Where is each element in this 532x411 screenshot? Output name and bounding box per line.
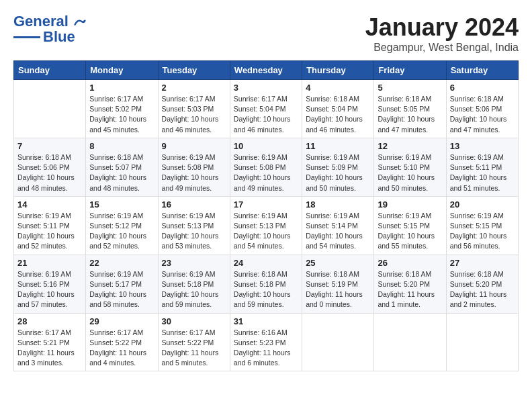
calendar-week-row: 28Sunrise: 6:17 AMSunset: 5:21 PMDayligh… [14,313,519,371]
calendar-cell: 3Sunrise: 6:17 AMSunset: 5:04 PMDaylight… [230,80,302,138]
calendar-week-row: 14Sunrise: 6:19 AMSunset: 5:11 PMDayligh… [14,196,519,255]
calendar-cell: 31Sunrise: 6:16 AMSunset: 5:23 PMDayligh… [230,313,302,371]
day-number: 30 [162,316,226,326]
calendar-cell: 25Sunrise: 6:18 AMSunset: 5:19 PMDayligh… [302,255,374,313]
day-number: 19 [378,199,442,210]
day-info: Sunrise: 6:19 AMSunset: 5:11 PMDaylight:… [450,152,515,193]
day-info: Sunrise: 6:18 AMSunset: 5:06 PMDaylight:… [17,152,82,193]
day-info: Sunrise: 6:18 AMSunset: 5:20 PMDaylight:… [378,269,442,310]
title-block: January 2024 Begampur, West Bengal, Indi… [365,13,519,54]
day-info: Sunrise: 6:19 AMSunset: 5:11 PMDaylight:… [17,211,82,252]
calendar-cell: 24Sunrise: 6:18 AMSunset: 5:18 PMDayligh… [230,255,302,313]
calendar-week-row: 1Sunrise: 6:17 AMSunset: 5:02 PMDaylight… [14,80,519,138]
calendar-cell: 30Sunrise: 6:17 AMSunset: 5:22 PMDayligh… [158,313,230,371]
calendar-cell [374,313,446,371]
calendar-cell: 13Sunrise: 6:19 AMSunset: 5:11 PMDayligh… [446,138,518,196]
day-info: Sunrise: 6:18 AMSunset: 5:19 PMDaylight:… [306,269,370,310]
calendar-week-row: 21Sunrise: 6:19 AMSunset: 5:16 PMDayligh… [14,255,519,313]
day-info: Sunrise: 6:17 AMSunset: 5:21 PMDaylight:… [17,328,82,369]
calendar-cell: 10Sunrise: 6:19 AMSunset: 5:08 PMDayligh… [230,138,302,196]
logo-blue: Blue [43,28,75,46]
day-number: 22 [89,258,154,268]
day-info: Sunrise: 6:19 AMSunset: 5:14 PMDaylight:… [306,211,370,252]
calendar-cell: 28Sunrise: 6:17 AMSunset: 5:21 PMDayligh… [14,313,86,371]
calendar-cell: 20Sunrise: 6:19 AMSunset: 5:15 PMDayligh… [446,196,518,255]
day-info: Sunrise: 6:17 AMSunset: 5:03 PMDaylight:… [162,94,226,135]
calendar-week-row: 7Sunrise: 6:18 AMSunset: 5:06 PMDaylight… [14,138,519,196]
calendar-cell: 1Sunrise: 6:17 AMSunset: 5:02 PMDaylight… [86,80,158,138]
calendar-cell: 26Sunrise: 6:18 AMSunset: 5:20 PMDayligh… [374,255,446,313]
day-info: Sunrise: 6:19 AMSunset: 5:17 PMDaylight:… [89,269,154,310]
day-info: Sunrise: 6:18 AMSunset: 5:07 PMDaylight:… [89,152,154,193]
calendar-cell: 2Sunrise: 6:17 AMSunset: 5:03 PMDaylight… [158,80,230,138]
calendar-cell: 29Sunrise: 6:17 AMSunset: 5:22 PMDayligh… [86,313,158,371]
day-number: 23 [162,258,226,268]
day-number: 15 [89,199,154,210]
day-number: 27 [450,258,515,268]
day-number: 26 [378,258,442,268]
day-info: Sunrise: 6:18 AMSunset: 5:20 PMDaylight:… [450,269,515,310]
day-number: 14 [17,199,82,210]
day-number: 18 [306,199,370,210]
day-number: 28 [17,316,82,326]
calendar-cell: 18Sunrise: 6:19 AMSunset: 5:14 PMDayligh… [302,196,374,255]
day-info: Sunrise: 6:17 AMSunset: 5:02 PMDaylight:… [89,94,154,135]
day-number: 21 [17,258,82,268]
day-info: Sunrise: 6:18 AMSunset: 5:18 PMDaylight:… [234,269,298,310]
calendar-cell: 19Sunrise: 6:19 AMSunset: 5:15 PMDayligh… [374,196,446,255]
calendar-cell: 5Sunrise: 6:18 AMSunset: 5:05 PMDaylight… [374,80,446,138]
calendar-table: SundayMondayTuesdayWednesdayThursdayFrid… [13,60,519,371]
day-number: 7 [17,141,82,151]
calendar-cell: 6Sunrise: 6:18 AMSunset: 5:06 PMDaylight… [446,80,518,138]
calendar-cell: 21Sunrise: 6:19 AMSunset: 5:16 PMDayligh… [14,255,86,313]
day-number: 12 [378,141,442,151]
day-number: 20 [450,199,515,210]
day-number: 3 [234,83,298,93]
calendar-cell: 9Sunrise: 6:19 AMSunset: 5:08 PMDaylight… [158,138,230,196]
day-number: 6 [450,83,515,93]
day-info: Sunrise: 6:19 AMSunset: 5:12 PMDaylight:… [89,211,154,252]
calendar-cell: 11Sunrise: 6:19 AMSunset: 5:09 PMDayligh… [302,138,374,196]
day-info: Sunrise: 6:18 AMSunset: 5:04 PMDaylight:… [306,94,370,135]
day-number: 8 [89,141,154,151]
day-number: 1 [89,83,154,93]
day-info: Sunrise: 6:19 AMSunset: 5:15 PMDaylight:… [378,211,442,252]
month-title: January 2024 [365,13,519,42]
calendar-header-wednesday: Wednesday [230,61,302,80]
calendar-header-sunday: Sunday [14,61,86,80]
day-info: Sunrise: 6:19 AMSunset: 5:16 PMDaylight:… [17,269,82,310]
calendar-header-tuesday: Tuesday [158,61,230,80]
calendar-header-friday: Friday [374,61,446,80]
day-info: Sunrise: 6:19 AMSunset: 5:18 PMDaylight:… [162,269,226,310]
day-info: Sunrise: 6:19 AMSunset: 5:08 PMDaylight:… [234,152,298,193]
day-number: 10 [234,141,298,151]
calendar-cell: 12Sunrise: 6:19 AMSunset: 5:10 PMDayligh… [374,138,446,196]
day-number: 11 [306,141,370,151]
day-info: Sunrise: 6:17 AMSunset: 5:22 PMDaylight:… [162,328,226,369]
day-info: Sunrise: 6:19 AMSunset: 5:13 PMDaylight:… [234,211,298,252]
day-number: 29 [89,316,154,326]
day-info: Sunrise: 6:16 AMSunset: 5:23 PMDaylight:… [234,328,298,369]
calendar-cell: 27Sunrise: 6:18 AMSunset: 5:20 PMDayligh… [446,255,518,313]
day-number: 13 [450,141,515,151]
logo: General Blue [13,13,86,46]
day-info: Sunrise: 6:19 AMSunset: 5:10 PMDaylight:… [378,152,442,193]
day-info: Sunrise: 6:19 AMSunset: 5:08 PMDaylight:… [162,152,226,193]
day-number: 16 [162,199,226,210]
page-header: General Blue January 2024 Begampur, West… [13,13,519,54]
calendar-header-row: SundayMondayTuesdayWednesdayThursdayFrid… [14,61,519,80]
calendar-cell: 15Sunrise: 6:19 AMSunset: 5:12 PMDayligh… [86,196,158,255]
day-number: 17 [234,199,298,210]
day-info: Sunrise: 6:19 AMSunset: 5:09 PMDaylight:… [306,152,370,193]
calendar-header-thursday: Thursday [302,61,374,80]
calendar-cell: 14Sunrise: 6:19 AMSunset: 5:11 PMDayligh… [14,196,86,255]
day-info: Sunrise: 6:18 AMSunset: 5:05 PMDaylight:… [378,94,442,135]
day-number: 25 [306,258,370,268]
calendar-header-saturday: Saturday [446,61,518,80]
calendar-cell: 22Sunrise: 6:19 AMSunset: 5:17 PMDayligh… [86,255,158,313]
day-info: Sunrise: 6:18 AMSunset: 5:06 PMDaylight:… [450,94,515,135]
calendar-cell [446,313,518,371]
calendar-header-monday: Monday [86,61,158,80]
day-info: Sunrise: 6:19 AMSunset: 5:13 PMDaylight:… [162,211,226,252]
calendar-cell [302,313,374,371]
